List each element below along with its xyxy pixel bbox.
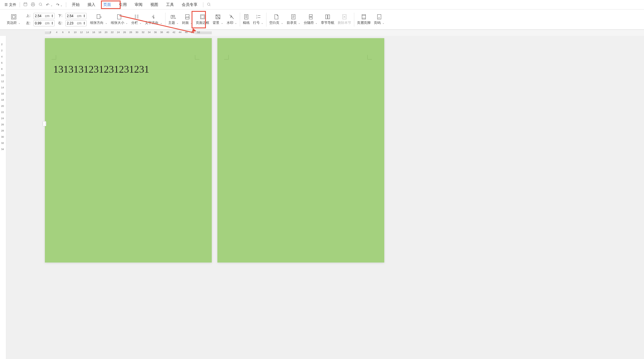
svg-rect-19 — [185, 15, 189, 19]
tab-insert[interactable]: 插入 — [84, 1, 99, 9]
chevron-down-icon: ⌄ — [261, 22, 263, 24]
print-icon[interactable] — [29, 1, 37, 8]
svg-rect-48 — [362, 15, 366, 19]
line-number-label: 行号 — [253, 21, 260, 25]
svg-rect-0 — [24, 3, 27, 6]
watermark-label: 水印 — [227, 21, 233, 25]
margin-bottom-label: 下: — [58, 13, 64, 18]
background-label: 背景 — [213, 21, 219, 25]
margin-corner-icon — [52, 55, 56, 59]
tab-tools[interactable]: 工具 — [162, 1, 178, 9]
watermark-button[interactable]: A 水印 ⌄ — [225, 13, 239, 26]
drag-handle-icon[interactable]: ⋮⋮ — [42, 121, 46, 126]
margin-top-input[interactable]: 2.54 cm ▲▼ — [33, 13, 55, 19]
chevron-down-icon: ⌄ — [105, 22, 107, 24]
delete-section-label: 删除本节 — [338, 20, 351, 25]
svg-point-1 — [39, 3, 42, 5]
page-area: 1313131231231231231 ⋮⋮ — [45, 38, 384, 263]
paper-size-button[interactable]: 纸张大小 ⌄ — [109, 13, 130, 26]
svg-rect-28 — [245, 15, 248, 19]
page-margins-label: 页边距 — [7, 21, 17, 25]
toc-page-button[interactable]: 目录页 ⌄ — [285, 13, 302, 26]
background-button[interactable]: 背景 ⌄ — [211, 13, 225, 26]
svg-rect-4 — [12, 15, 15, 18]
header-footer-label: 页眉页脚 — [357, 20, 371, 25]
chevron-down-icon: ⌄ — [221, 22, 223, 24]
hamburger-icon: ☰ — [4, 3, 8, 7]
highlight-box-background — [192, 11, 206, 28]
redo-icon[interactable]: ↷ ⌄ — [54, 1, 65, 8]
document-page-1[interactable]: 1313131231231231231 ⋮⋮ — [45, 38, 212, 263]
writing-paper-button[interactable]: 稿纸 — [241, 13, 251, 26]
separator-button[interactable]: 分隔符 ⌄ — [302, 13, 319, 26]
undo-icon[interactable]: ↶ ⌄ — [44, 1, 54, 8]
margin-left-input[interactable]: 0.99 cm ▲▼ — [33, 20, 55, 26]
document-text[interactable]: 1313131231231231231 — [53, 63, 149, 75]
svg-rect-17 — [173, 15, 175, 17]
separator — [203, 2, 203, 7]
chevron-down-icon: ⌄ — [126, 22, 128, 24]
preview-icon[interactable] — [37, 1, 44, 8]
search-icon[interactable] — [205, 1, 213, 8]
columns-label: 分栏 — [131, 21, 138, 25]
tab-review[interactable]: 审阅 — [131, 1, 146, 9]
spinner-icon[interactable]: ▲▼ — [83, 22, 85, 25]
separator — [266, 13, 266, 27]
page-number-button[interactable]: # 页码 ⌄ — [372, 13, 386, 26]
tab-start[interactable]: 开始 — [68, 1, 84, 9]
spinner-icon[interactable]: ▲▼ — [51, 22, 53, 25]
paper-size-label: 纸张大小 — [111, 21, 124, 25]
svg-rect-43 — [326, 15, 327, 19]
svg-point-2 — [208, 3, 210, 5]
chevron-down-icon: ⌄ — [315, 22, 318, 24]
orientation-button[interactable]: 纸张方向 ⌄ — [88, 13, 109, 26]
margin-top-label: 上: — [26, 13, 32, 18]
svg-rect-42 — [309, 17, 312, 19]
spinner-icon[interactable]: ▲▼ — [83, 14, 85, 18]
separator-label: 分隔符 — [304, 21, 314, 25]
spinner-icon[interactable]: ▲▼ — [51, 14, 53, 18]
save-icon[interactable] — [22, 1, 29, 8]
chevron-down-icon: ⌄ — [235, 22, 237, 24]
highlight-box-page-tab — [101, 1, 121, 9]
margin-corner-icon — [195, 55, 199, 59]
svg-rect-44 — [328, 15, 330, 19]
separator — [20, 2, 20, 7]
line-number-button[interactable]: 12 行号 ⌄ — [251, 13, 265, 26]
chevron-down-icon: ⌄ — [176, 22, 179, 24]
svg-text:1: 1 — [256, 15, 257, 17]
vertical-ruler[interactable]: 2246810121416182022242628303234 — [0, 36, 6, 359]
margin-right-input[interactable]: 2.23 cm ▲▼ — [65, 20, 87, 26]
section-nav-label: 章节导航 — [321, 20, 334, 25]
svg-rect-16 — [171, 15, 173, 19]
tab-member[interactable]: 会员专享 — [178, 1, 201, 9]
separator — [240, 13, 240, 27]
horizontal-ruler[interactable]: 2468101214161820222426283032343638404244… — [45, 30, 644, 36]
text-direction-button[interactable]: A 文字方向 ⌄ — [143, 13, 164, 26]
section-nav-button[interactable]: 章节导航 — [319, 13, 336, 26]
hamburger-menu-button[interactable]: ☰ 文件 — [3, 1, 18, 8]
tab-view[interactable]: 视图 — [146, 1, 162, 9]
svg-rect-3 — [11, 15, 16, 19]
margin-inputs: 上: 2.54 cm ▲▼ 左: 0.99 cm ▲▼ — [24, 13, 56, 26]
margin-corner-icon — [367, 55, 372, 59]
margin-corner-icon — [224, 55, 229, 59]
svg-text:Aa: Aa — [173, 17, 176, 19]
svg-text:#: # — [378, 17, 380, 19]
chevron-down-icon: ⌄ — [281, 22, 283, 24]
separator — [165, 13, 165, 27]
blank-page-label: 空白页 — [269, 21, 279, 25]
svg-rect-40 — [309, 15, 312, 16]
margin-left-label: 左: — [26, 21, 32, 26]
svg-text:2: 2 — [256, 17, 257, 19]
document-page-2[interactable] — [217, 38, 384, 263]
margin-bottom-input[interactable]: 2.54 cm ▲▼ — [65, 13, 87, 19]
header-footer-button[interactable]: 页眉页脚 — [355, 13, 372, 26]
page-margins-button[interactable]: 页边距 ⌄ — [5, 13, 22, 26]
theme-button[interactable]: Aa 主题 ⌄ — [167, 13, 180, 26]
top-menu-bar: ☰ 文件 ↶ ⌄ ↷ ⌄ 开始 插入 页面 引用 审阅 视图 工具 会员专享 — [0, 0, 644, 10]
chevron-down-icon: ⌄ — [18, 22, 20, 24]
blank-page-button[interactable]: 空白页 ⌄ — [268, 13, 285, 26]
chevron-down-icon: ⌄ — [298, 22, 300, 24]
separator — [66, 2, 66, 7]
